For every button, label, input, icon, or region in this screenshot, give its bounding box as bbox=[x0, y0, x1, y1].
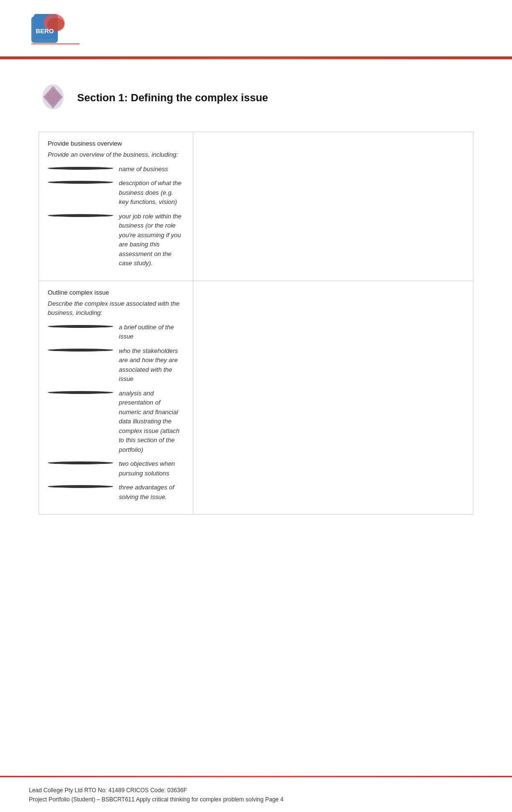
footer-line1: Lead College Pty Ltd RTO No: 41489 CRICO… bbox=[29, 786, 483, 795]
row1-bullet-list: name of business description of what the… bbox=[48, 164, 184, 268]
logo-icon: BERO bbox=[29, 9, 82, 48]
row2-subtext: Describe the complex issue associated wi… bbox=[48, 299, 184, 318]
svg-text:BERO: BERO bbox=[36, 27, 54, 35]
bullet-dot bbox=[48, 325, 113, 328]
list-item: description of what the business does (e… bbox=[48, 178, 184, 207]
page-footer: Lead College Pty Ltd RTO No: 41489 CRICO… bbox=[0, 776, 512, 812]
table-row: Provide business overview Provide an ove… bbox=[39, 132, 473, 281]
section-title: Section 1: Defining the complex issue bbox=[77, 92, 268, 104]
list-item: who the stakeholders are and how they ar… bbox=[48, 346, 184, 384]
list-item: analysis and presentation of numeric and… bbox=[48, 389, 184, 455]
list-item: two objectives when pursuing solutions bbox=[48, 459, 184, 478]
logo: BERO bbox=[29, 9, 82, 48]
cell-right-issue bbox=[193, 281, 473, 514]
bullet-dot bbox=[48, 349, 113, 352]
section-icon bbox=[39, 83, 67, 112]
row2-header: Outline complex issue bbox=[48, 289, 184, 296]
cell-left-issue: Outline complex issue Describe the compl… bbox=[39, 281, 193, 514]
bullet-dot bbox=[48, 214, 113, 217]
row1-header: Provide business overview bbox=[48, 140, 184, 147]
bullet-dot bbox=[48, 485, 113, 488]
list-item: your job role within the business (or th… bbox=[48, 212, 184, 268]
bullet-dot bbox=[48, 167, 113, 170]
list-item: a brief outline of the issue bbox=[48, 323, 184, 341]
footer-line2: Project Portfolio (Student) – BSBCRT611 … bbox=[29, 795, 483, 804]
footer-divider bbox=[0, 776, 512, 777]
bullet-dot bbox=[48, 391, 113, 394]
cell-left-overview: Provide business overview Provide an ove… bbox=[39, 132, 193, 281]
content-table: Provide business overview Provide an ove… bbox=[39, 132, 473, 514]
table-row: Outline complex issue Describe the compl… bbox=[39, 281, 473, 514]
bullet-dot bbox=[48, 461, 113, 464]
bullet-dot bbox=[48, 181, 113, 184]
main-content: Section 1: Defining the complex issue Pr… bbox=[0, 59, 512, 553]
list-item: name of business bbox=[48, 164, 184, 174]
row2-bullet-list: a brief outline of the issue who the sta… bbox=[48, 323, 184, 502]
row1-subtext: Provide an overview of the business, inc… bbox=[48, 150, 184, 160]
section-header: Section 1: Defining the complex issue bbox=[39, 83, 473, 112]
list-item: three advantages of solving the issue. bbox=[48, 483, 184, 501]
footer-text: Lead College Pty Ltd RTO No: 41489 CRICO… bbox=[29, 786, 483, 804]
cell-right-overview bbox=[193, 132, 473, 281]
page-header: BERO bbox=[0, 0, 512, 58]
